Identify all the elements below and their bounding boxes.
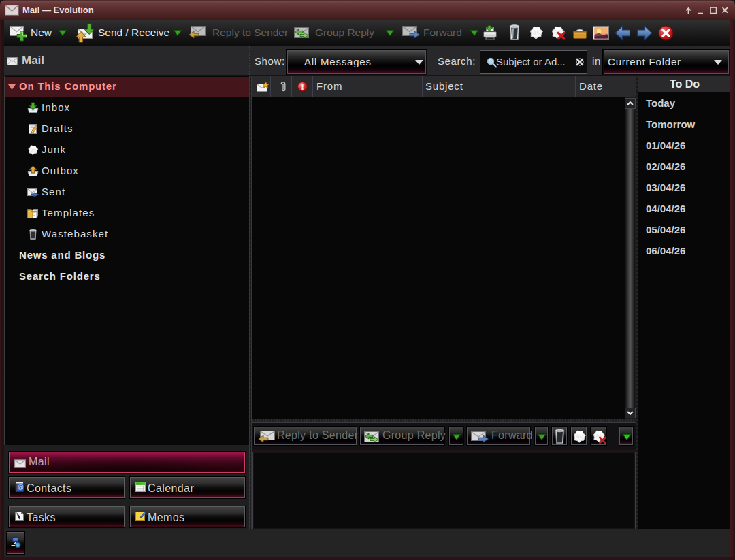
- svg-text:@: @: [18, 484, 24, 491]
